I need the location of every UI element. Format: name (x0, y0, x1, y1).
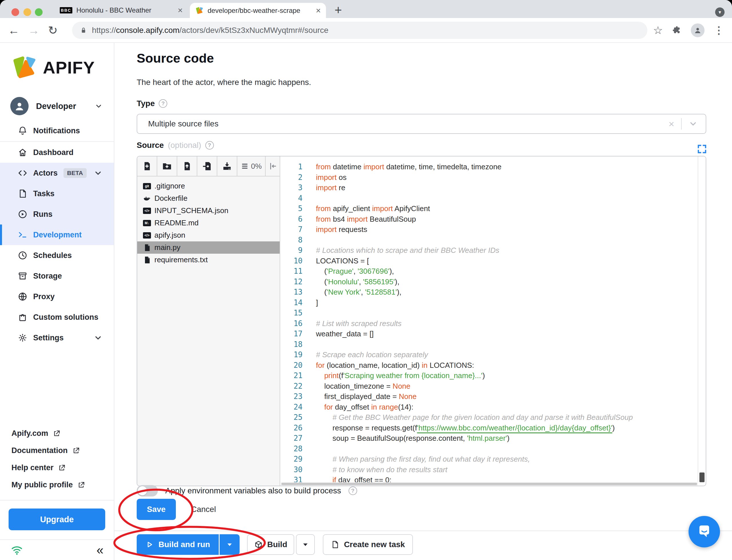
tab-search-button[interactable]: ▼ (715, 7, 725, 17)
create-new-task-button[interactable]: Create new task (323, 534, 413, 555)
env-vars-toggle[interactable] (137, 485, 158, 497)
line-number: 8 (281, 235, 303, 245)
sidebar-link-my-public-profile[interactable]: My public profile (0, 476, 114, 493)
zoom-level-control[interactable]: 0% (237, 156, 266, 176)
close-icon[interactable]: × (316, 6, 321, 15)
upload-file-button[interactable] (177, 156, 197, 176)
build-button[interactable]: Build (247, 534, 294, 555)
menu-dots-icon[interactable]: ⋮ (714, 24, 724, 36)
new-tab-button[interactable]: + (335, 3, 342, 17)
browser-profile-avatar[interactable] (691, 23, 705, 37)
window-close-button[interactable] (11, 8, 19, 16)
clear-icon[interactable]: × (668, 118, 674, 130)
code-editor[interactable]: 1234567891011121314151617181920212223242… (281, 156, 698, 482)
sidebar-item-tasks[interactable]: Tasks (0, 183, 114, 204)
type-select[interactable]: Multiple source files × (137, 114, 706, 134)
chevron-down-icon[interactable] (689, 119, 698, 128)
file-item-main.py[interactable]: main.py (137, 241, 280, 254)
file-icon (143, 244, 151, 252)
collapse-tree-button[interactable] (266, 156, 280, 176)
address-input[interactable]: https://console.apify.com/actors/dev/k5t… (72, 22, 647, 39)
help-icon[interactable]: ? (349, 486, 357, 495)
code-line: soup = BeautifulSoup(response.content, '… (316, 433, 698, 444)
sidebar-item-label: Storage (33, 272, 62, 281)
code-line: weather_data = [] (316, 329, 698, 339)
divider (0, 141, 114, 142)
sidebar-item-development[interactable]: Development (0, 225, 114, 245)
file-item-dockerfile[interactable]: Dockerfile (137, 192, 280, 204)
play-circle-icon (18, 209, 27, 219)
create-task-label: Create new task (344, 540, 405, 549)
upload-file-icon (182, 161, 192, 171)
reload-icon[interactable]: ↻ (48, 25, 58, 36)
code-line: import re (316, 182, 698, 193)
sidebar-link-help-center[interactable]: Help center (0, 459, 114, 476)
hscrollbar-handle[interactable] (281, 483, 697, 485)
forward-icon[interactable]: → (28, 25, 39, 36)
sidebar-item-schedules[interactable]: Schedules (0, 245, 114, 266)
sidebar-item-actors[interactable]: ActorsBETA (0, 163, 114, 183)
file-item-requirements.txt[interactable]: requirements.txt (137, 254, 280, 266)
code-line: first_displayed_date = None (316, 391, 698, 402)
save-button[interactable]: Save (137, 499, 176, 520)
sidebar-item-settings[interactable]: Settings (0, 327, 114, 348)
window-zoom-button[interactable] (35, 8, 43, 16)
build-dropdown-button[interactable] (296, 534, 315, 555)
sidebar-link-apify-com[interactable]: Apify.com (0, 425, 114, 442)
scrollbar-handle[interactable] (699, 472, 705, 482)
bookmark-star-icon[interactable]: ☆ (653, 24, 663, 37)
sidebar-link-documentation[interactable]: Documentation (0, 442, 114, 459)
file-icon (18, 189, 27, 198)
sidebar-item-dashboard[interactable]: Dashboard (0, 142, 114, 163)
browser-window: BBC Honolulu - BBC Weather × developer/b… (0, 0, 732, 560)
fullscreen-icon[interactable] (697, 144, 707, 154)
file-item-.gitignore[interactable]: git.gitignore (137, 180, 280, 192)
file-item-readme.md[interactable]: M↓README.md (137, 217, 280, 229)
link-label: Help center (11, 463, 53, 472)
build-and-run-dropdown-button[interactable] (220, 534, 240, 555)
line-number: 21 (281, 370, 303, 381)
tab-apify-console[interactable]: developer/bbc-weather-scrape × (190, 3, 326, 18)
link-label: Apify.com (11, 429, 48, 438)
window-minimize-button[interactable] (23, 8, 31, 16)
sidebar-item-label: Notifications (33, 126, 80, 135)
file-name: .gitignore (154, 182, 185, 190)
page-subtitle: The heart of the actor, where the magic … (137, 78, 311, 87)
build-actions: Build and run Build (137, 534, 413, 555)
file-item-apify.json[interactable]: </>apify.json (137, 229, 280, 241)
import-file-button[interactable] (197, 156, 217, 176)
toggle-knob (138, 486, 147, 495)
line-number: 27 (281, 433, 303, 444)
collapse-sidebar-icon[interactable]: « (97, 544, 104, 556)
code-line: from apify_client import ApifyClient (316, 203, 698, 214)
new-file-button[interactable] (137, 156, 157, 176)
file-icon (143, 256, 151, 264)
account-switcher[interactable]: Developer (10, 96, 114, 116)
sidebar-item-proxy[interactable]: Proxy (0, 286, 114, 307)
sidebar-item-notifications[interactable]: Notifications (0, 120, 114, 141)
help-icon[interactable]: ? (205, 141, 214, 150)
git-icon: git (143, 182, 151, 190)
code-line (316, 193, 698, 204)
tab-strip: BBC Honolulu - BBC Weather × developer/b… (0, 0, 732, 18)
extensions-puzzle-icon[interactable] (672, 25, 682, 35)
new-folder-button[interactable] (157, 156, 177, 176)
download-button[interactable] (217, 156, 237, 176)
back-icon[interactable]: ← (8, 25, 19, 36)
wifi-icon (10, 543, 23, 557)
code-line: import requests (316, 224, 698, 235)
sidebar-item-custom-solutions[interactable]: Custom solutions (0, 307, 114, 327)
tab-bbc-weather[interactable]: BBC Honolulu - BBC Weather × (56, 3, 187, 17)
build-and-run-button[interactable]: Build and run (137, 534, 219, 555)
file-item-input_schema.json[interactable]: </>INPUT_SCHEMA.json (137, 204, 280, 217)
sidebar-item-storage[interactable]: Storage (0, 266, 114, 286)
cancel-button[interactable]: Cancel (191, 499, 216, 520)
apify-logo[interactable]: APIFY (10, 54, 95, 81)
vertical-scrollbar[interactable] (698, 156, 706, 482)
sidebar-item-runs[interactable]: Runs (0, 204, 114, 225)
lock-icon (80, 26, 88, 34)
chat-widget-button[interactable] (689, 516, 720, 547)
help-icon[interactable]: ? (159, 99, 167, 108)
close-icon[interactable]: × (178, 6, 183, 15)
upgrade-button[interactable]: Upgrade (9, 509, 105, 530)
